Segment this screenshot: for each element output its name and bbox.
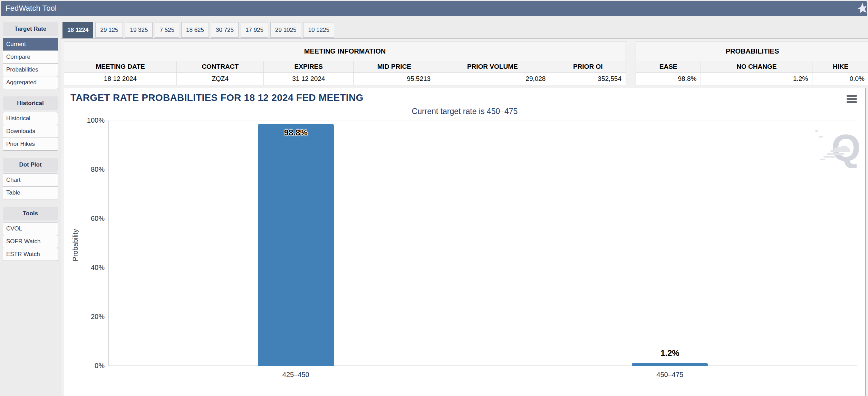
- sidebar-item-table[interactable]: Table: [3, 186, 58, 199]
- gridline-20pct: [109, 317, 857, 317]
- y-axis-line: [108, 121, 109, 366]
- q-speed-dash: [830, 150, 850, 152]
- q-logo-watermark: Q: [819, 125, 864, 170]
- meeting-value-contract: ZQZ4: [176, 73, 263, 85]
- x-tick-425-450: [296, 366, 296, 369]
- x-category-label-425-450: 425–450: [251, 371, 341, 379]
- chart-title: TARGET RATE PROBABILITIES FOR 18 12 2024…: [70, 92, 363, 103]
- meeting-col-mid-price: MID PRICE: [353, 61, 435, 72]
- sidebar-item-sofr-watch[interactable]: SOFR Watch: [3, 235, 58, 248]
- app-header: FedWatch Tool: [1, 1, 867, 16]
- prob-col-ease: EASE: [636, 61, 701, 72]
- y-tick-label-100pct: 100%: [80, 116, 105, 124]
- y-tick-label-80pct: 80%: [80, 166, 105, 173]
- y-axis-title: Probability: [71, 194, 79, 297]
- y-tick-60pct: [106, 219, 109, 219]
- y-tick-label-0pct: 0%: [80, 362, 105, 370]
- y-tick-100pct: [106, 121, 109, 121]
- q-speed-dash: [820, 159, 825, 160]
- meeting-value-mid-price: 95.5213: [353, 73, 435, 85]
- q-speed-dash: [815, 130, 818, 132]
- y-tick-label-40pct: 40%: [80, 264, 105, 272]
- x-axis-line: [109, 366, 857, 366]
- meeting-information-value-row: 18 12 2024ZQZ431 12 202495.521329,028352…: [64, 73, 626, 85]
- tab-18-625[interactable]: 18 625: [181, 22, 209, 38]
- sidebar-header-historical: Historical: [3, 96, 58, 110]
- prob-value-hike: 0.0%: [812, 73, 868, 85]
- sidebar-section-dot-plot: Dot PlotChartTable: [3, 158, 58, 199]
- sidebar-item-probabilities[interactable]: Probabilities: [3, 63, 58, 76]
- meeting-value-meeting-date: 18 12 2024: [64, 73, 176, 85]
- chart-menu-button[interactable]: [847, 95, 857, 103]
- y-tick-40pct: [106, 268, 109, 268]
- y-tick-0pct: [106, 366, 109, 366]
- meeting-col-expires: EXPIRES: [263, 61, 353, 72]
- meeting-col-contract: CONTRACT: [176, 61, 263, 72]
- bar-value-label-425-450: 98.8%: [258, 128, 334, 138]
- mouse-cursor-icon: [858, 3, 867, 13]
- vgridline-450-475: [670, 121, 670, 366]
- sidebar-item-prior-hikes[interactable]: Prior Hikes: [3, 138, 58, 151]
- chart-subtitle: Current target rate is 450–475: [64, 107, 865, 116]
- meeting-value-expires: 31 12 2024: [263, 73, 353, 85]
- y-tick-label-20pct: 20%: [80, 313, 105, 321]
- prob-col-no-change: NO CHANGE: [701, 61, 812, 72]
- probabilities-title: PROBABILITIES: [636, 41, 868, 61]
- tab-19-325[interactable]: 19 325: [125, 22, 153, 38]
- sidebar-item-compare[interactable]: Compare: [3, 50, 58, 64]
- meeting-col-prior-volume: PRIOR VOLUME: [435, 61, 550, 72]
- meeting-value-prior-oi: 352,554: [550, 73, 626, 85]
- sidebar-item-downloads[interactable]: Downloads: [3, 125, 58, 138]
- y-tick-80pct: [106, 170, 109, 170]
- bar-450-475[interactable]: [632, 363, 708, 366]
- bar-value-label-450-475: 1.2%: [632, 348, 708, 358]
- sidebar-header-target-rate: Target Rate: [3, 22, 58, 36]
- meeting-information-panel: MEETING INFORMATION MEETING DATECONTRACT…: [64, 41, 626, 85]
- gridline-80pct: [109, 170, 857, 170]
- sidebar-section-historical: HistoricalHistoricalDownloadsPrior Hikes: [3, 96, 58, 151]
- y-tick-20pct: [106, 317, 109, 317]
- q-speed-dash: [841, 146, 847, 148]
- fedwatch-app: FedWatch Tool Target RateCurrentCompareP…: [0, 0, 868, 396]
- sidebar-section-tools: ToolsCVOLSOFR WatchESTR Watch: [3, 207, 58, 261]
- chart-panel: TARGET RATE PROBABILITIES FOR 18 12 2024…: [64, 88, 866, 396]
- tab-content: MEETING INFORMATION MEETING DATECONTRACT…: [61, 38, 868, 396]
- meeting-value-prior-volume: 29,028: [435, 73, 550, 85]
- tab-30-725[interactable]: 30 725: [211, 22, 239, 38]
- gridline-40pct: [109, 268, 857, 268]
- plot-area: 0%20%40%60%80%100%98.8%425–4501.2%450–47…: [109, 121, 857, 366]
- q-speed-dash: [827, 153, 844, 155]
- tab-7-525[interactable]: 7 525: [155, 22, 179, 38]
- tab-17-925[interactable]: 17 925: [241, 22, 268, 38]
- y-tick-label-60pct: 60%: [80, 215, 105, 223]
- prob-value-ease: 98.8%: [636, 73, 701, 85]
- gridline-100pct: [109, 121, 857, 121]
- sidebar-header-tools: Tools: [3, 207, 58, 220]
- meeting-date-tabs: 18 122429 12519 3257 52518 62530 72517 9…: [62, 22, 334, 38]
- probabilities-panel: PROBABILITIES EASENO CHANGEHIKE 98.8%1.2…: [636, 41, 868, 85]
- q-speed-dash: [819, 136, 823, 138]
- tab-10-1225[interactable]: 10 1225: [303, 22, 334, 38]
- meeting-col-prior-oi: PRIOR OI: [550, 61, 626, 72]
- q-speed-dash: [823, 156, 835, 158]
- sidebar-header-dot-plot: Dot Plot: [3, 158, 58, 172]
- app-title: FedWatch Tool: [6, 1, 57, 16]
- sidebar-section-target-rate: Target RateCurrentCompareProbabilitiesAg…: [3, 22, 58, 89]
- x-category-label-450-475: 450–475: [625, 371, 715, 379]
- gridline-60pct: [109, 219, 857, 219]
- sidebar-item-current[interactable]: Current: [3, 38, 58, 51]
- sidebar: Target RateCurrentCompareProbabilitiesAg…: [3, 22, 58, 268]
- tab-29-125[interactable]: 29 125: [95, 22, 123, 38]
- tab-29-1025[interactable]: 29 1025: [270, 22, 301, 38]
- x-tick-450-475: [670, 366, 670, 369]
- prob-value-no-change: 1.2%: [701, 73, 812, 85]
- tab-18-1224[interactable]: 18 1224: [62, 22, 93, 38]
- sidebar-item-cvol[interactable]: CVOL: [3, 222, 58, 235]
- sidebar-item-chart[interactable]: Chart: [3, 173, 58, 187]
- sidebar-item-estr-watch[interactable]: ESTR Watch: [3, 248, 58, 261]
- meeting-information-title: MEETING INFORMATION: [64, 41, 626, 61]
- meeting-information-header-row: MEETING DATECONTRACTEXPIRESMID PRICEPRIO…: [64, 61, 626, 73]
- sidebar-item-aggregated[interactable]: Aggregated: [3, 76, 58, 89]
- bar-425-450[interactable]: [258, 124, 334, 366]
- sidebar-item-historical[interactable]: Historical: [3, 112, 58, 125]
